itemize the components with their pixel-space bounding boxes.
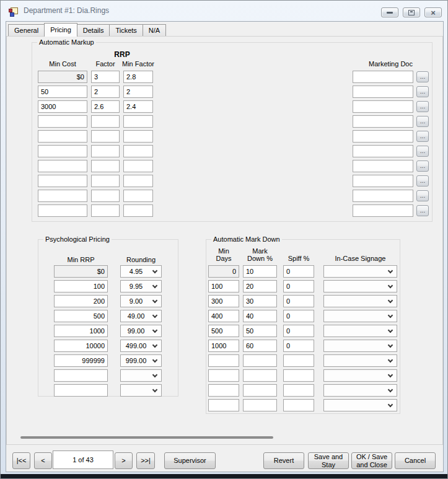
min-rrp-input[interactable] <box>54 340 108 352</box>
spiff-input[interactable] <box>283 340 314 352</box>
factor-input[interactable] <box>91 71 120 83</box>
min-days-input[interactable] <box>208 280 239 292</box>
tab-general[interactable]: General <box>8 24 45 36</box>
tab-details[interactable]: Details <box>77 24 110 36</box>
min-cost-input[interactable] <box>38 71 87 83</box>
marketing-doc-input[interactable] <box>353 175 413 187</box>
rounding-select[interactable]: 999.00 <box>120 354 162 367</box>
factor-input[interactable] <box>91 190 120 202</box>
min-factor-input[interactable] <box>123 115 153 128</box>
save-and-stay-button[interactable]: Save and Stay <box>308 452 349 469</box>
min-factor-input[interactable] <box>123 71 153 83</box>
spiff-input[interactable] <box>283 280 314 292</box>
spiff-input[interactable] <box>283 325 314 337</box>
close-button[interactable]: × <box>424 7 442 17</box>
min-cost-input[interactable] <box>38 100 87 113</box>
mark-down-input[interactable] <box>243 354 277 367</box>
marketing-doc-input[interactable] <box>353 130 413 143</box>
min-cost-input[interactable] <box>38 86 87 98</box>
min-days-input[interactable] <box>208 354 239 367</box>
spiff-input[interactable] <box>283 399 314 411</box>
min-cost-input[interactable] <box>38 130 87 143</box>
min-days-input[interactable] <box>208 369 239 382</box>
min-rrp-input[interactable] <box>54 384 108 397</box>
mark-down-input[interactable] <box>243 295 277 307</box>
min-factor-input[interactable] <box>123 175 153 187</box>
min-cost-input[interactable] <box>38 115 87 128</box>
spiff-input[interactable] <box>283 384 314 397</box>
min-factor-input[interactable] <box>123 204 153 217</box>
min-days-input[interactable] <box>208 295 239 307</box>
min-cost-input[interactable] <box>38 160 87 172</box>
rounding-select[interactable]: 4.95 <box>120 265 162 278</box>
in-case-signage-select[interactable] <box>323 369 397 382</box>
factor-input[interactable] <box>91 160 120 172</box>
min-rrp-input[interactable] <box>54 280 108 292</box>
mark-down-input[interactable] <box>243 399 277 411</box>
spiff-input[interactable] <box>283 369 314 382</box>
mark-down-input[interactable] <box>243 384 277 397</box>
min-rrp-input[interactable] <box>54 310 108 322</box>
marketing-doc-browse-button[interactable]: ... <box>416 86 429 97</box>
marketing-doc-browse-button[interactable]: ... <box>416 116 429 127</box>
spiff-input[interactable] <box>283 354 314 367</box>
marketing-doc-input[interactable] <box>353 160 413 172</box>
marketing-doc-input[interactable] <box>353 71 413 83</box>
marketing-doc-browse-button[interactable]: ... <box>416 190 429 201</box>
factor-input[interactable] <box>91 204 120 217</box>
rounding-select[interactable]: 9.95 <box>120 280 162 292</box>
maximize-button[interactable] <box>403 7 420 17</box>
in-case-signage-select[interactable] <box>323 325 397 337</box>
tab-na[interactable]: N/A <box>143 24 166 36</box>
in-case-signage-select[interactable] <box>323 265 397 278</box>
min-days-input[interactable] <box>208 384 239 397</box>
record-position-input[interactable] <box>53 450 113 469</box>
min-factor-input[interactable] <box>123 190 153 202</box>
revert-button[interactable]: Revert <box>263 452 304 469</box>
in-case-signage-select[interactable] <box>323 280 397 292</box>
marketing-doc-browse-button[interactable]: ... <box>416 160 429 172</box>
in-case-signage-select[interactable] <box>323 384 397 397</box>
supervisor-button[interactable]: Supervisor <box>164 452 216 469</box>
min-days-input[interactable] <box>208 265 239 278</box>
min-rrp-input[interactable] <box>54 325 108 337</box>
marketing-doc-browse-button[interactable]: ... <box>416 146 429 157</box>
marketing-doc-input[interactable] <box>353 86 413 98</box>
factor-input[interactable] <box>91 86 120 98</box>
min-factor-input[interactable] <box>123 160 153 172</box>
mark-down-input[interactable] <box>243 280 277 292</box>
marketing-doc-browse-button[interactable]: ... <box>416 205 429 216</box>
factor-input[interactable] <box>91 130 120 143</box>
min-rrp-input[interactable] <box>54 265 108 278</box>
marketing-doc-input[interactable] <box>353 100 413 113</box>
min-factor-input[interactable] <box>123 130 153 143</box>
min-rrp-input[interactable] <box>54 295 108 307</box>
mark-down-input[interactable] <box>243 369 277 382</box>
mark-down-input[interactable] <box>243 310 277 322</box>
marketing-doc-input[interactable] <box>353 145 413 157</box>
min-factor-input[interactable] <box>123 100 153 113</box>
factor-input[interactable] <box>91 115 120 128</box>
marketing-doc-browse-button[interactable]: ... <box>416 101 429 112</box>
nav-next-button[interactable]: > <box>115 452 133 469</box>
nav-first-button[interactable]: |<< <box>12 452 30 469</box>
marketing-doc-browse-button[interactable]: ... <box>416 131 429 142</box>
marketing-doc-browse-button[interactable]: ... <box>416 175 429 187</box>
in-case-signage-select[interactable] <box>323 340 397 352</box>
rounding-select[interactable]: 499.00 <box>120 340 162 352</box>
in-case-signage-select[interactable] <box>323 399 397 411</box>
min-rrp-input[interactable] <box>54 354 108 367</box>
min-cost-input[interactable] <box>38 190 87 202</box>
spiff-input[interactable] <box>283 310 314 322</box>
minimize-button[interactable] <box>381 7 398 17</box>
min-cost-input[interactable] <box>38 145 87 157</box>
mark-down-input[interactable] <box>243 325 277 337</box>
rounding-select[interactable]: 9.00 <box>120 295 162 307</box>
min-rrp-input[interactable] <box>54 369 108 382</box>
min-days-input[interactable] <box>208 399 239 411</box>
nav-previous-button[interactable]: < <box>34 452 52 469</box>
tab-pricing[interactable]: Pricing <box>44 23 77 37</box>
horizontal-scrollbar-thumb[interactable] <box>20 436 273 439</box>
min-factor-input[interactable] <box>123 145 153 157</box>
marketing-doc-input[interactable] <box>353 190 413 202</box>
